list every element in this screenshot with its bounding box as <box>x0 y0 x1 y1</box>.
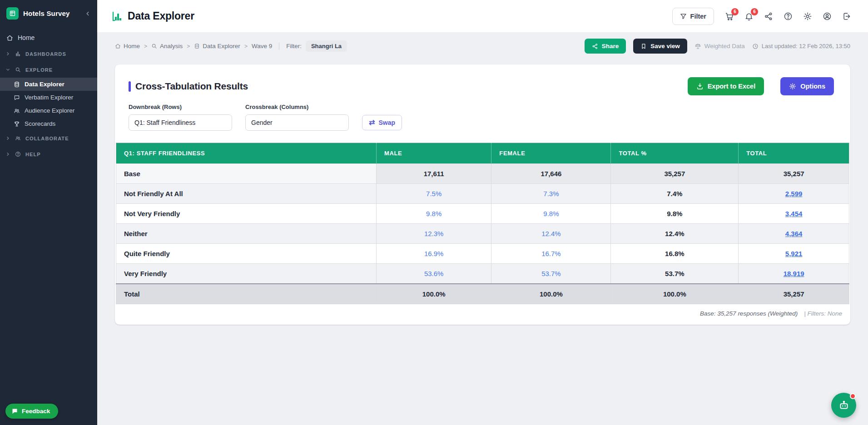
settings-button[interactable] <box>800 9 815 24</box>
content: Home > Analysis > Data Explorer > Wave 9… <box>97 32 868 425</box>
row-label: Not Friendly At All <box>116 184 377 204</box>
speech-bubble-icon <box>14 94 20 101</box>
cell-value-link[interactable]: 2,599 <box>739 184 849 204</box>
cell-value-link[interactable]: 4,364 <box>739 224 849 244</box>
chart-icon <box>112 11 123 22</box>
sidebar-section-collaborate[interactable]: COLLABORATE <box>0 130 97 146</box>
search-icon <box>151 43 157 49</box>
breadcrumb-analysis[interactable]: Analysis <box>151 43 183 49</box>
sidebar-item-scorecards[interactable]: Scorecards <box>0 117 97 130</box>
bookmark-icon <box>640 43 647 49</box>
cell-value-link[interactable]: 7.5% <box>376 184 491 204</box>
sidebar-item-data-explorer[interactable]: Data Explorer <box>0 78 97 91</box>
cell-value-link[interactable]: 18,919 <box>739 264 849 284</box>
weighted-data-toggle[interactable]: Weighted Data <box>694 43 745 49</box>
breadcrumb-wave[interactable]: Wave 9 <box>252 43 272 49</box>
topbar-actions: Filter 6 6 <box>672 8 854 25</box>
breadcrumb-data-explorer[interactable]: Data Explorer <box>194 43 240 49</box>
topbar: Data Explorer Filter 6 6 <box>97 0 868 32</box>
column-header: TOTAL <box>739 143 849 164</box>
share-nodes-icon <box>764 12 773 21</box>
chat-icon <box>11 408 18 415</box>
table-row: Not Friendly At All7.5%7.3%7.4%2,599 <box>116 184 849 204</box>
crosstab-controls: Downbreak (Rows) Crossbreak (Columns) ⇄ … <box>115 100 850 143</box>
options-button[interactable]: Options <box>780 77 834 95</box>
cell-value-link[interactable]: 3,454 <box>739 204 849 224</box>
breadcrumb-label: Home <box>124 43 140 49</box>
card-head: Cross-Tabulation Results Export to Excel… <box>115 64 850 100</box>
breadcrumb-home[interactable]: Home <box>115 43 140 49</box>
sidebar-item-verbatim-explorer[interactable]: Verbatim Explorer <box>0 91 97 104</box>
cell-value-link[interactable]: 53.6% <box>376 264 491 284</box>
cell-value-link[interactable]: 9.8% <box>376 204 491 224</box>
share-button[interactable]: Share <box>585 39 626 54</box>
feedback-button[interactable]: Feedback <box>5 404 58 419</box>
column-header: MALE <box>376 143 491 164</box>
chevron-down-icon <box>5 67 10 72</box>
sidebar-item-label: Data Explorer <box>25 81 64 88</box>
share-label: Share <box>602 43 619 49</box>
cell-value-link[interactable]: 5,921 <box>739 244 849 264</box>
cell-value: 17,646 <box>491 164 611 184</box>
section-label: COLLABORATE <box>25 136 69 141</box>
cell-value-link[interactable]: 12.3% <box>376 224 491 244</box>
downbreak-input[interactable] <box>129 114 232 131</box>
filters-note: | Filters: None <box>804 310 842 317</box>
cell-value-link[interactable]: 12.4% <box>491 224 611 244</box>
breadcrumb: Home > Analysis > Data Explorer > Wave 9… <box>115 40 347 52</box>
cell-value: 35,257 <box>739 284 849 304</box>
chatbot-button[interactable] <box>831 393 856 418</box>
sidebar-item-label: Home <box>18 34 35 41</box>
row-label: Total <box>116 284 377 304</box>
cell-value-link[interactable]: 53.7% <box>491 264 611 284</box>
cell-value-link[interactable]: 9.8% <box>491 204 611 224</box>
clock-icon <box>752 43 759 49</box>
column-header: TOTAL % <box>611 143 739 164</box>
user-circle-icon <box>823 12 832 21</box>
filter-chip[interactable]: Shangri La <box>306 40 347 52</box>
crossbreak-input[interactable] <box>245 114 349 131</box>
cell-value: 17,611 <box>376 164 491 184</box>
scale-icon <box>694 43 701 49</box>
trophy-icon <box>14 121 20 127</box>
page-title: Data Explorer <box>128 10 194 22</box>
export-excel-button[interactable]: Export to Excel <box>688 77 764 95</box>
sidebar-item-label: Audience Explorer <box>25 107 74 114</box>
account-button[interactable] <box>819 9 835 24</box>
sidebar-collapse-button[interactable] <box>84 10 92 18</box>
cart-button[interactable]: 6 <box>722 9 737 24</box>
sidebar-item-audience-explorer[interactable]: Audience Explorer <box>0 104 97 117</box>
cell-value-link[interactable]: 7.3% <box>491 184 611 204</box>
column-header: FEMALE <box>491 143 611 164</box>
sidebar-section-explore[interactable]: EXPLORE <box>0 62 97 78</box>
view-actions: Share Save view Weighted Data Last updat… <box>585 39 850 54</box>
notifications-button[interactable]: 6 <box>741 9 757 24</box>
cell-value-link[interactable]: 16.7% <box>491 244 611 264</box>
funnel-icon <box>680 13 687 20</box>
title-accent-bar <box>129 81 131 92</box>
help-icon <box>15 151 21 157</box>
swap-button[interactable]: ⇄ Swap <box>362 115 402 130</box>
table-row: Total100.0%100.0%100.0%35,257 <box>116 284 849 304</box>
sidebar-section-help[interactable]: HELP <box>0 146 97 162</box>
chevron-left-icon <box>84 10 91 17</box>
logout-icon <box>842 12 851 21</box>
breadcrumb-label: Data Explorer <box>203 43 240 49</box>
filter-button[interactable]: Filter <box>672 8 714 25</box>
sidebar-item-home[interactable]: Home <box>0 30 97 46</box>
save-view-label: Save view <box>650 43 680 49</box>
cell-value: 100.0% <box>491 284 611 304</box>
sidebar: Hotels Survey Home DASHBOARDS EXPLORE Da… <box>0 0 97 425</box>
breadcrumb-separator: > <box>187 43 190 49</box>
row-label: Quite Friendly <box>116 244 377 264</box>
crosstab-table-body: Base17,61117,64635,25735,257Not Friendly… <box>116 164 849 304</box>
sidebar-section-dashboards[interactable]: DASHBOARDS <box>0 46 97 62</box>
help-button[interactable] <box>780 9 796 24</box>
logout-button[interactable] <box>839 9 854 24</box>
save-view-button[interactable]: Save view <box>633 39 687 54</box>
cell-value-link[interactable]: 16.9% <box>376 244 491 264</box>
row-label: Not Very Friendly <box>116 204 377 224</box>
share-nodes-icon <box>592 43 598 49</box>
table-row: Neither12.3%12.4%12.4%4,364 <box>116 224 849 244</box>
share-nodes-button[interactable] <box>761 9 776 24</box>
